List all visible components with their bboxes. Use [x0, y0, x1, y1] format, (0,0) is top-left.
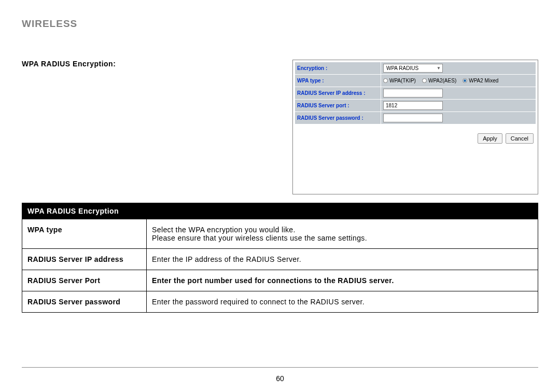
table-header: WPA RADIUS Encryption	[22, 203, 538, 219]
cancel-button[interactable]: Cancel	[506, 133, 534, 144]
section-label: WPA RADIUS Encryption:	[22, 60, 292, 194]
radius-ip-label: RADIUS Server IP address :	[297, 90, 366, 96]
table-row: RADIUS Server Port Enter the port number…	[22, 270, 538, 291]
radio-wpa2-aes[interactable]: WPA2(AES)	[422, 78, 456, 83]
row-radius-port: RADIUS Server port : 1812	[295, 100, 536, 111]
radius-ip-input[interactable]	[383, 89, 443, 97]
value-cell: WPA(TKIP) WPA2(AES) WPA2 Mixed	[381, 75, 536, 87]
row-name: RADIUS Server IP address	[22, 249, 147, 270]
row-desc: Select the WPA encryption you would like…	[147, 219, 538, 249]
apply-button[interactable]: Apply	[478, 133, 502, 144]
label-cell: WPA type :	[295, 75, 381, 87]
button-row: Apply Cancel	[295, 133, 536, 144]
label-cell: RADIUS Server port :	[295, 100, 381, 111]
wpa-type-radio-group: WPA(TKIP) WPA2(AES) WPA2 Mixed	[383, 78, 498, 83]
radius-port-value: 1812	[386, 103, 397, 108]
value-cell: 1812	[381, 100, 536, 111]
label-cell: RADIUS Server IP address :	[295, 87, 381, 99]
radio-label: WPA2 Mixed	[469, 78, 498, 83]
label-cell: RADIUS Server password :	[295, 112, 381, 124]
encryption-select[interactable]: WPA RADIUS ▼	[383, 64, 443, 73]
row-desc: Enter the IP address of the RADIUS Serve…	[147, 249, 538, 270]
radio-wpa-tkip[interactable]: WPA(TKIP)	[383, 78, 416, 83]
page-title: WIRELESS	[22, 18, 538, 30]
footer-divider	[22, 367, 538, 368]
row-radius-password: RADIUS Server password :	[295, 112, 536, 124]
row-name: RADIUS Server password	[22, 291, 147, 313]
radius-password-input[interactable]	[383, 114, 443, 122]
description-table: WPA RADIUS Encryption WPA type Select th…	[22, 203, 538, 313]
value-cell	[381, 87, 536, 99]
radio-label: WPA(TKIP)	[389, 78, 416, 83]
radius-port-input[interactable]: 1812	[383, 101, 443, 110]
row-name: RADIUS Server Port	[22, 270, 147, 291]
row-desc: Enter the password required to connect t…	[147, 291, 538, 313]
row-desc: Enter the port number used for connectio…	[147, 270, 538, 291]
value-cell: WPA RADIUS ▼	[381, 62, 536, 74]
table-row: WPA type Select the WPA encryption you w…	[22, 219, 538, 249]
table-row: RADIUS Server password Enter the passwor…	[22, 291, 538, 313]
wpa-type-label: WPA type :	[297, 78, 324, 83]
radius-port-label: RADIUS Server port :	[297, 103, 349, 108]
row-name: WPA type	[22, 219, 147, 249]
row-encryption: Encryption : WPA RADIUS ▼	[295, 62, 536, 74]
radius-password-label: RADIUS Server password :	[297, 115, 363, 121]
radio-icon	[463, 78, 467, 83]
encryption-label: Encryption :	[297, 65, 327, 71]
chevron-down-icon: ▼	[437, 66, 441, 71]
value-cell	[381, 112, 536, 124]
label-cell: Encryption :	[295, 62, 381, 74]
encryption-value: WPA RADIUS	[386, 65, 418, 71]
page-number: 60	[0, 374, 560, 383]
row-wpa-type: WPA type : WPA(TKIP) WPA2(AES)	[295, 75, 536, 87]
radio-wpa2-mixed[interactable]: WPA2 Mixed	[463, 78, 498, 83]
radio-icon	[383, 78, 388, 83]
row-radius-ip: RADIUS Server IP address :	[295, 87, 536, 99]
radio-icon	[422, 78, 427, 83]
table-row: RADIUS Server IP address Enter the IP ad…	[22, 249, 538, 270]
radio-label: WPA2(AES)	[428, 78, 456, 83]
config-panel: Encryption : WPA RADIUS ▼ WPA type :	[292, 60, 538, 194]
